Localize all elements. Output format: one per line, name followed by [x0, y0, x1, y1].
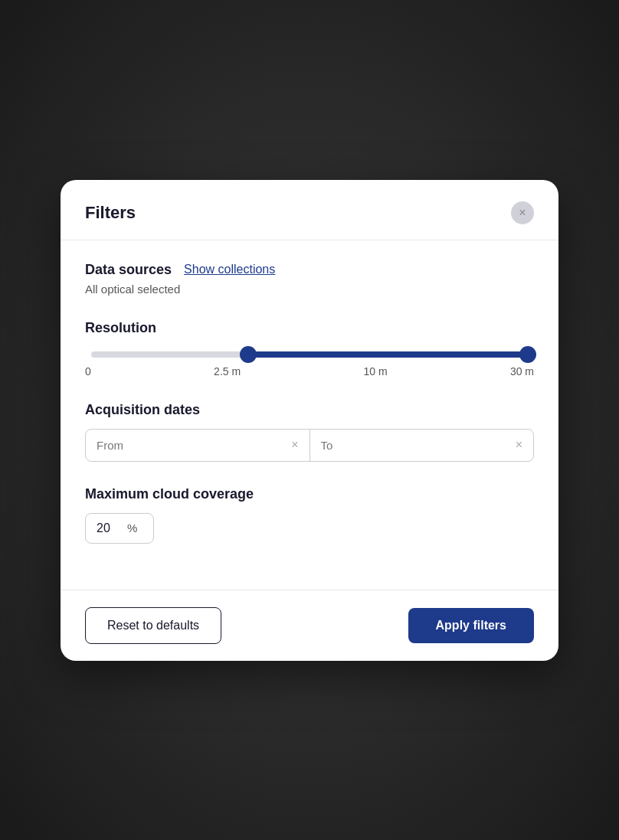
cloud-coverage-input[interactable] [97, 521, 127, 535]
apply-button[interactable]: Apply filters [408, 608, 534, 643]
close-button[interactable]: × [511, 201, 534, 224]
cloud-coverage-input-wrapper: % [85, 513, 154, 544]
resolution-slider-thumb-right[interactable] [519, 346, 536, 363]
show-collections-button[interactable]: Show collections [184, 263, 275, 276]
from-date-wrapper: × [86, 430, 310, 461]
modal-body: Data sources Show collections All optica… [61, 240, 558, 590]
resolution-slider-fill [248, 351, 528, 358]
modal-footer: Reset to defaults Apply filters [61, 590, 558, 661]
data-sources-subtitle: All optical selected [85, 283, 534, 296]
resolution-label-mark2: 10 m [363, 365, 387, 378]
acquisition-dates-title: Acquisition dates [85, 402, 200, 417]
data-sources-header: Data sources Show collections [85, 262, 534, 278]
to-date-clear-button[interactable]: × [516, 439, 522, 451]
resolution-label-max: 30 m [510, 365, 534, 378]
cloud-coverage-title: Maximum cloud coverage [85, 486, 254, 502]
resolution-section: Resolution 0 2.5 m 10 m 30 m [85, 320, 534, 378]
to-date-wrapper: × [310, 430, 534, 461]
to-date-input[interactable] [321, 439, 516, 452]
from-date-clear-button[interactable]: × [291, 439, 298, 451]
reset-button[interactable]: Reset to defaults [85, 607, 221, 644]
resolution-slider-labels: 0 2.5 m 10 m 30 m [85, 365, 534, 378]
filters-modal: Filters × Data sources Show collections … [61, 180, 558, 661]
modal-header: Filters × [61, 180, 558, 240]
cloud-coverage-unit: % [127, 521, 137, 534]
acquisition-dates-section: Acquisition dates × × [85, 402, 534, 462]
resolution-title: Resolution [85, 320, 156, 335]
data-sources-section: Data sources Show collections All optica… [85, 262, 534, 296]
modal-title: Filters [85, 203, 136, 223]
resolution-slider-thumb-left[interactable] [240, 346, 257, 363]
resolution-slider-track[interactable] [91, 351, 528, 358]
data-sources-title: Data sources [85, 262, 172, 278]
resolution-label-min: 0 [85, 365, 91, 378]
date-inputs-container: × × [85, 429, 534, 462]
resolution-label-mark1: 2.5 m [214, 365, 241, 378]
from-date-input[interactable] [97, 439, 291, 452]
cloud-coverage-section: Maximum cloud coverage % [85, 486, 534, 544]
resolution-slider-container: 0 2.5 m 10 m 30 m [85, 351, 534, 378]
